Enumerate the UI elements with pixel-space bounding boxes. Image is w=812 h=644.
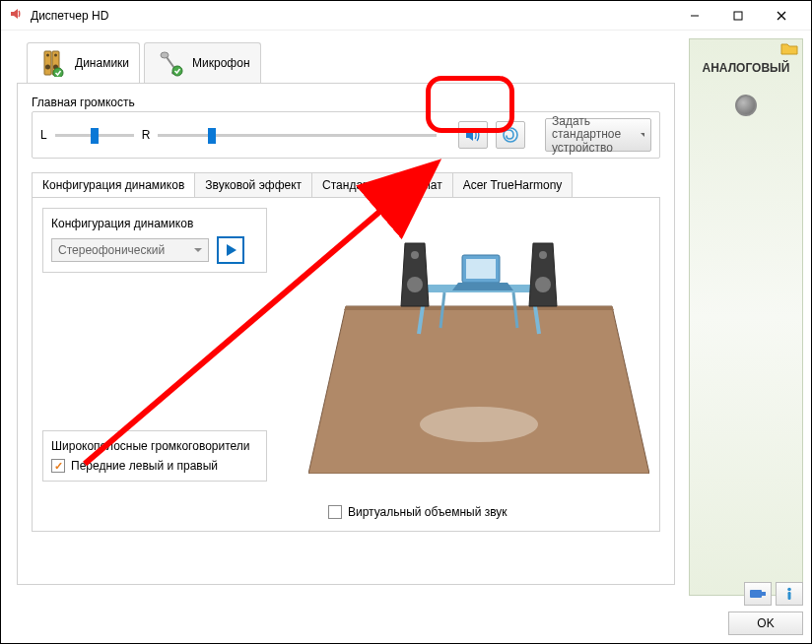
svg-marker-24	[452, 283, 513, 290]
minimize-button[interactable]	[673, 2, 716, 30]
microphone-tab-icon	[155, 47, 186, 79]
svg-point-7	[45, 65, 50, 70]
close-button[interactable]	[760, 2, 803, 30]
sub-tab-content: Конфигурация динамиков Стереофонический	[32, 197, 660, 532]
audio-jack[interactable]	[735, 95, 757, 116]
svg-point-34	[787, 588, 791, 592]
chevron-down-icon	[641, 131, 644, 139]
content-panel: Главная громкость L R	[17, 83, 675, 585]
svg-marker-16	[344, 306, 614, 310]
svg-marker-15	[308, 306, 649, 474]
room-visualization	[308, 208, 649, 474]
set-default-label: Задать стандартное устройство	[552, 115, 641, 155]
svg-rect-1	[734, 12, 742, 20]
virtual-surround-row: Виртуальный объемный звук	[328, 505, 508, 519]
tab-speakers-label: Динамики	[75, 56, 129, 70]
speaker-icon	[9, 6, 25, 25]
sub-tabs: Конфигурация динамиков Звуковой эффект С…	[32, 172, 660, 197]
svg-point-8	[54, 54, 57, 57]
folder-icon[interactable]	[780, 41, 798, 58]
tab-microphone[interactable]: Микрофон	[144, 42, 260, 83]
front-lr-label: Передние левый и правый	[71, 459, 218, 473]
device-settings-button[interactable]	[744, 582, 772, 606]
analog-panel: АНАЛОГОВЫЙ	[689, 38, 803, 596]
balance-left-label: L	[40, 128, 47, 142]
info-button[interactable]	[776, 582, 803, 606]
virtual-surround-label: Виртуальный объемный звук	[348, 505, 508, 519]
main-volume-group: Главная громкость L R	[32, 96, 660, 159]
balance-slider[interactable]	[55, 126, 134, 144]
wideband-title: Широкополосные громкоговорители	[51, 439, 258, 453]
speaker-config-group: Конфигурация динамиков Стереофонический	[42, 208, 267, 273]
svg-rect-33	[762, 592, 766, 596]
bottom-bar: OK	[728, 582, 803, 635]
wideband-group: Широкополосные громкоговорители Передние…	[42, 430, 267, 482]
svg-rect-23	[466, 259, 496, 279]
connector-icon	[749, 587, 767, 601]
sound-effects-button[interactable]	[496, 121, 525, 149]
titlebar: Диспетчер HD	[1, 1, 811, 31]
device-tabs: Динамики Микрофон	[9, 38, 683, 83]
set-default-device-button[interactable]: Задать стандартное устройство	[545, 118, 651, 152]
svg-point-14	[172, 66, 182, 76]
speakers-tab-icon	[37, 47, 69, 79]
front-lr-checkbox[interactable]	[51, 459, 65, 473]
tab-microphone-label: Микрофон	[192, 56, 249, 70]
svg-point-31	[420, 407, 538, 442]
sub-tab-trueharmony[interactable]: Acer TrueHarmony	[452, 172, 574, 197]
tab-speakers[interactable]: Динамики	[27, 42, 140, 83]
svg-point-6	[46, 54, 49, 57]
virtual-surround-checkbox[interactable]	[328, 505, 342, 519]
sub-tab-speaker-config[interactable]: Конфигурация динамиков	[32, 172, 195, 197]
speaker-config-label: Конфигурация динамиков	[51, 217, 258, 230]
main-volume-title: Главная громкость	[32, 96, 660, 109]
speaker-sound-icon	[464, 126, 482, 144]
svg-point-10	[53, 68, 63, 77]
maximize-button[interactable]	[716, 2, 760, 30]
svg-rect-32	[750, 590, 762, 598]
app-window: Диспетчер HD Дин	[0, 0, 812, 644]
mute-button[interactable]	[458, 121, 488, 149]
speaker-config-combo[interactable]: Стереофонический	[51, 238, 209, 262]
test-play-button[interactable]	[217, 236, 244, 264]
sub-tab-sound-effect[interactable]: Звуковой эффект	[194, 172, 312, 197]
main-area: Динамики Микрофон	[1, 31, 811, 604]
info-icon	[783, 587, 795, 601]
swirl-icon	[502, 126, 519, 144]
balance-right-label: R	[142, 128, 151, 142]
main-volume-row: L R	[32, 111, 660, 159]
window-title: Диспетчер HD	[31, 9, 673, 23]
chevron-down-icon	[194, 246, 202, 254]
svg-rect-35	[788, 592, 791, 600]
svg-point-29	[539, 251, 547, 259]
play-icon	[224, 243, 237, 257]
speaker-config-value: Стереофонический	[58, 243, 165, 257]
svg-point-27	[407, 277, 423, 292]
sub-tab-default-format[interactable]: Стандартный формат	[311, 172, 453, 197]
svg-point-30	[535, 277, 551, 292]
analog-label: АНАЛОГОВЫЙ	[696, 61, 796, 75]
left-column: Динамики Микрофон	[9, 38, 683, 596]
ok-button[interactable]: OK	[728, 612, 803, 635]
volume-slider[interactable]	[158, 126, 437, 144]
svg-point-26	[411, 251, 419, 259]
